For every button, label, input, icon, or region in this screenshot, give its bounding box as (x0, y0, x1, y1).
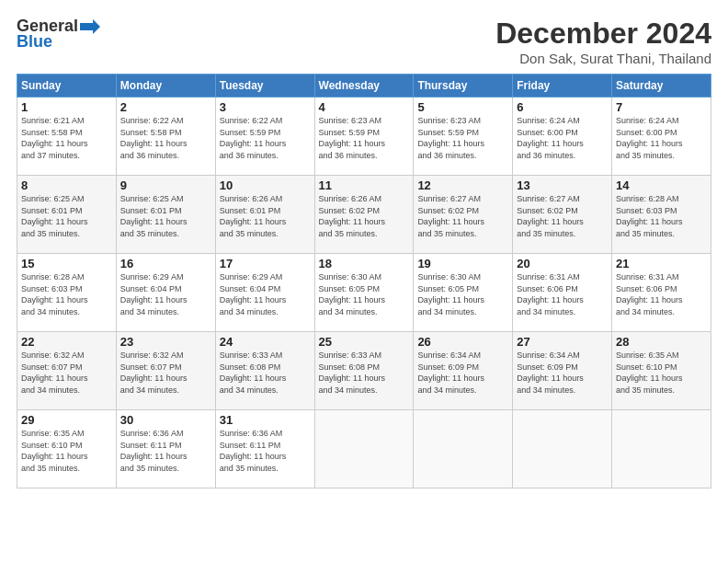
day-info: Sunrise: 6:35 AM Sunset: 6:10 PM Dayligh… (616, 350, 707, 396)
calendar-cell: 22Sunrise: 6:32 AM Sunset: 6:07 PM Dayli… (17, 332, 117, 410)
calendar-cell: 12Sunrise: 6:27 AM Sunset: 6:02 PM Dayli… (414, 176, 513, 254)
day-number: 24 (220, 335, 311, 349)
day-info: Sunrise: 6:23 AM Sunset: 5:59 PM Dayligh… (319, 115, 410, 161)
day-number: 28 (616, 335, 707, 349)
calendar-week-2: 8Sunrise: 6:25 AM Sunset: 6:01 PM Daylig… (17, 176, 711, 254)
day-info: Sunrise: 6:21 AM Sunset: 5:58 PM Dayligh… (21, 115, 112, 161)
calendar-cell: 27Sunrise: 6:34 AM Sunset: 6:09 PM Dayli… (513, 332, 612, 410)
calendar-table: SundayMondayTuesdayWednesdayThursdayFrid… (17, 74, 711, 488)
day-info: Sunrise: 6:26 AM Sunset: 6:01 PM Dayligh… (220, 193, 311, 239)
day-info: Sunrise: 6:28 AM Sunset: 6:03 PM Dayligh… (616, 193, 707, 239)
calendar-cell (612, 410, 711, 488)
day-info: Sunrise: 6:36 AM Sunset: 6:11 PM Dayligh… (120, 428, 211, 474)
calendar-cell: 25Sunrise: 6:33 AM Sunset: 6:08 PM Dayli… (314, 332, 414, 410)
day-number: 3 (220, 100, 311, 114)
day-number: 2 (120, 100, 211, 114)
page-title: December 2024 (495, 17, 711, 51)
day-info: Sunrise: 6:27 AM Sunset: 6:02 PM Dayligh… (417, 193, 508, 239)
calendar-week-5: 29Sunrise: 6:35 AM Sunset: 6:10 PM Dayli… (17, 410, 711, 488)
day-number: 25 (319, 335, 410, 349)
page-subtitle: Don Sak, Surat Thani, Thailand (495, 51, 711, 66)
day-info: Sunrise: 6:34 AM Sunset: 6:09 PM Dayligh… (417, 350, 508, 396)
calendar-cell: 19Sunrise: 6:30 AM Sunset: 6:05 PM Dayli… (414, 254, 513, 332)
day-number: 15 (21, 257, 112, 270)
calendar-cell: 1Sunrise: 6:21 AM Sunset: 5:58 PM Daylig… (17, 98, 117, 176)
logo-arrow-icon (80, 19, 100, 34)
calendar-cell: 21Sunrise: 6:31 AM Sunset: 6:06 PM Dayli… (612, 254, 711, 332)
calendar-cell: 31Sunrise: 6:36 AM Sunset: 6:11 PM Dayli… (215, 410, 314, 488)
calendar-cell: 9Sunrise: 6:25 AM Sunset: 6:01 PM Daylig… (116, 176, 215, 254)
day-number: 11 (319, 178, 410, 192)
calendar-cell: 17Sunrise: 6:29 AM Sunset: 6:04 PM Dayli… (215, 254, 314, 332)
day-info: Sunrise: 6:29 AM Sunset: 6:04 PM Dayligh… (120, 271, 211, 317)
day-number: 19 (417, 257, 508, 270)
calendar-header-thursday: Thursday (414, 75, 513, 98)
day-info: Sunrise: 6:27 AM Sunset: 6:02 PM Dayligh… (517, 193, 608, 239)
day-info: Sunrise: 6:33 AM Sunset: 6:08 PM Dayligh… (319, 350, 410, 396)
calendar-cell: 10Sunrise: 6:26 AM Sunset: 6:01 PM Dayli… (215, 176, 314, 254)
day-info: Sunrise: 6:31 AM Sunset: 6:06 PM Dayligh… (616, 271, 707, 317)
day-info: Sunrise: 6:26 AM Sunset: 6:02 PM Dayligh… (319, 193, 410, 239)
day-info: Sunrise: 6:33 AM Sunset: 6:08 PM Dayligh… (220, 350, 311, 396)
calendar-header-friday: Friday (513, 75, 612, 98)
calendar-cell: 8Sunrise: 6:25 AM Sunset: 6:01 PM Daylig… (17, 176, 117, 254)
calendar-cell: 20Sunrise: 6:31 AM Sunset: 6:06 PM Dayli… (513, 254, 612, 332)
logo-blue-text: Blue (17, 32, 52, 52)
day-number: 17 (220, 257, 311, 270)
day-info: Sunrise: 6:32 AM Sunset: 6:07 PM Dayligh… (21, 350, 112, 396)
calendar-header-row: SundayMondayTuesdayWednesdayThursdayFrid… (17, 75, 711, 98)
calendar-header-wednesday: Wednesday (314, 75, 414, 98)
calendar-cell: 26Sunrise: 6:34 AM Sunset: 6:09 PM Dayli… (414, 332, 513, 410)
day-number: 10 (220, 178, 311, 192)
day-info: Sunrise: 6:29 AM Sunset: 6:04 PM Dayligh… (220, 271, 311, 317)
calendar-cell: 2Sunrise: 6:22 AM Sunset: 5:58 PM Daylig… (116, 98, 215, 176)
day-number: 5 (417, 100, 508, 114)
calendar-cell: 14Sunrise: 6:28 AM Sunset: 6:03 PM Dayli… (612, 176, 711, 254)
day-number: 4 (319, 100, 410, 114)
day-number: 13 (517, 178, 608, 192)
calendar-header-saturday: Saturday (612, 75, 711, 98)
calendar-cell (314, 410, 414, 488)
day-number: 12 (417, 178, 508, 192)
page-header: General Blue December 2024 Don Sak, Sura… (17, 17, 711, 66)
calendar-cell (414, 410, 513, 488)
calendar-cell: 23Sunrise: 6:32 AM Sunset: 6:07 PM Dayli… (116, 332, 215, 410)
calendar-cell: 24Sunrise: 6:33 AM Sunset: 6:08 PM Dayli… (215, 332, 314, 410)
day-info: Sunrise: 6:22 AM Sunset: 5:58 PM Dayligh… (120, 115, 211, 161)
logo: General Blue (17, 17, 100, 52)
day-number: 14 (616, 178, 707, 192)
calendar-header-monday: Monday (116, 75, 215, 98)
day-number: 20 (517, 257, 608, 270)
calendar-cell: 3Sunrise: 6:22 AM Sunset: 5:59 PM Daylig… (215, 98, 314, 176)
day-number: 6 (517, 100, 608, 114)
calendar-header-tuesday: Tuesday (215, 75, 314, 98)
day-number: 29 (21, 413, 112, 427)
calendar-week-3: 15Sunrise: 6:28 AM Sunset: 6:03 PM Dayli… (17, 254, 711, 332)
day-number: 21 (616, 257, 707, 270)
calendar-cell: 4Sunrise: 6:23 AM Sunset: 5:59 PM Daylig… (314, 98, 414, 176)
day-number: 1 (21, 100, 112, 114)
calendar-week-1: 1Sunrise: 6:21 AM Sunset: 5:58 PM Daylig… (17, 98, 711, 176)
calendar-cell: 15Sunrise: 6:28 AM Sunset: 6:03 PM Dayli… (17, 254, 117, 332)
day-info: Sunrise: 6:24 AM Sunset: 6:00 PM Dayligh… (517, 115, 608, 161)
day-number: 18 (319, 257, 410, 270)
day-info: Sunrise: 6:34 AM Sunset: 6:09 PM Dayligh… (517, 350, 608, 396)
calendar-cell (513, 410, 612, 488)
day-info: Sunrise: 6:30 AM Sunset: 6:05 PM Dayligh… (319, 271, 410, 317)
day-info: Sunrise: 6:25 AM Sunset: 6:01 PM Dayligh… (21, 193, 112, 239)
day-number: 16 (120, 257, 211, 270)
day-number: 31 (220, 413, 311, 427)
day-info: Sunrise: 6:25 AM Sunset: 6:01 PM Dayligh… (120, 193, 211, 239)
svg-marker-0 (80, 19, 100, 34)
calendar-cell: 11Sunrise: 6:26 AM Sunset: 6:02 PM Dayli… (314, 176, 414, 254)
day-info: Sunrise: 6:32 AM Sunset: 6:07 PM Dayligh… (120, 350, 211, 396)
calendar-cell: 5Sunrise: 6:23 AM Sunset: 5:59 PM Daylig… (414, 98, 513, 176)
day-number: 30 (120, 413, 211, 427)
calendar-header-sunday: Sunday (17, 75, 117, 98)
day-info: Sunrise: 6:31 AM Sunset: 6:06 PM Dayligh… (517, 271, 608, 317)
day-number: 7 (616, 100, 707, 114)
calendar-cell: 16Sunrise: 6:29 AM Sunset: 6:04 PM Dayli… (116, 254, 215, 332)
day-info: Sunrise: 6:23 AM Sunset: 5:59 PM Dayligh… (417, 115, 508, 161)
calendar-cell: 6Sunrise: 6:24 AM Sunset: 6:00 PM Daylig… (513, 98, 612, 176)
day-number: 22 (21, 335, 112, 349)
